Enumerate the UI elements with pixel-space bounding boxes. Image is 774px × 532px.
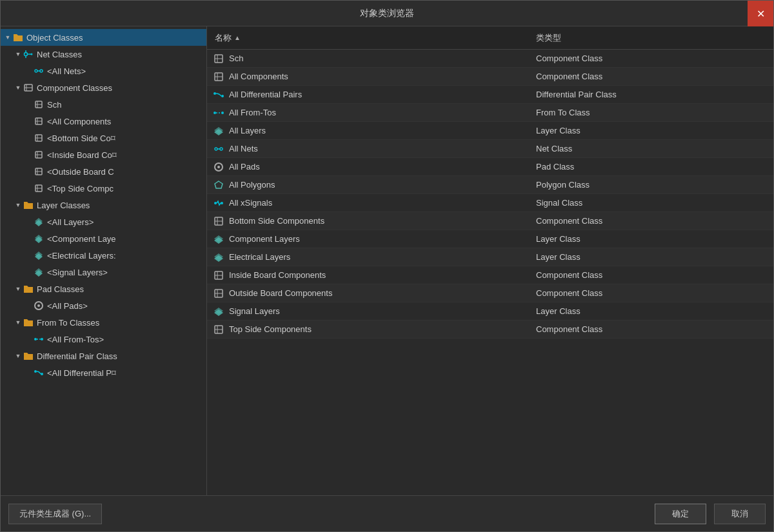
tree-node-all-pads[interactable]: <All Pads> bbox=[1, 297, 206, 314]
expand-icon[interactable]: ▼ bbox=[14, 351, 23, 360]
expand-icon[interactable] bbox=[24, 167, 33, 176]
expand-icon[interactable]: ▼ bbox=[14, 284, 23, 293]
expand-icon[interactable] bbox=[24, 100, 33, 109]
tree-node-object-classes[interactable]: ▼Object Classes bbox=[1, 29, 206, 46]
fromto-icon bbox=[212, 106, 225, 119]
tree-node-signal-layers[interactable]: <Signal Layers> bbox=[1, 264, 206, 281]
expand-icon[interactable] bbox=[24, 184, 33, 193]
node-label: Net Classes bbox=[37, 50, 82, 59]
table-row[interactable]: All PadsPad Class bbox=[207, 158, 773, 176]
cell-name: All Differential Pairs bbox=[207, 88, 528, 101]
table-row[interactable]: SchComponent Class bbox=[207, 50, 773, 68]
table-row[interactable]: Bottom Side ComponentsComponent Class bbox=[207, 212, 773, 230]
tree-node-sch[interactable]: Sch bbox=[1, 96, 206, 113]
sort-icon: ▲ bbox=[234, 34, 241, 41]
cell-type: Differential Pair Class bbox=[528, 90, 773, 99]
cell-name: All Pads bbox=[207, 161, 528, 173]
tree-node-component-laye[interactable]: <Component Laye bbox=[1, 230, 206, 247]
tree-node-all-layers[interactable]: <All Layers> bbox=[1, 213, 206, 230]
tree-node-outside-board-c[interactable]: <Outside Board C bbox=[1, 163, 206, 180]
tree-node-pad-classes[interactable]: ▼Pad Classes bbox=[1, 281, 206, 297]
net-icon bbox=[212, 143, 225, 155]
tree-node-inside-board-com[interactable]: <Inside Board Co⌑ bbox=[1, 146, 206, 163]
close-button[interactable]: ✕ bbox=[748, 1, 773, 26]
tree-node-layer-classes[interactable]: ▼Layer Classes bbox=[1, 197, 206, 213]
table-row[interactable]: All NetsNet Class bbox=[207, 140, 773, 158]
tree-node-bottom-side-com[interactable]: <Bottom Side Co⌑ bbox=[1, 130, 206, 146]
col-name-header[interactable]: 名称 ▲ bbox=[207, 32, 528, 44]
tree-node-net-classes[interactable]: ▼Net Classes bbox=[1, 46, 206, 63]
expand-icon[interactable] bbox=[24, 368, 33, 377]
ok-button[interactable]: 确定 bbox=[655, 504, 706, 524]
expand-icon[interactable]: ▼ bbox=[14, 318, 23, 327]
expand-icon[interactable] bbox=[24, 217, 33, 226]
comp-icon bbox=[212, 215, 225, 228]
layer-item-icon bbox=[33, 233, 45, 244]
cell-name: Component Layers bbox=[207, 233, 528, 246]
tree-node-component-classes[interactable]: ▼Component Classes bbox=[1, 79, 206, 96]
expand-icon[interactable] bbox=[24, 117, 33, 126]
comp-icon bbox=[212, 269, 225, 282]
col-type-header[interactable]: 类类型 bbox=[528, 32, 773, 44]
cell-type: Layer Class bbox=[528, 252, 773, 262]
expand-icon[interactable] bbox=[24, 251, 33, 260]
expand-icon[interactable]: ▼ bbox=[3, 33, 12, 42]
tree-node-all-diff-p[interactable]: <All Differential P⌑ bbox=[1, 364, 206, 381]
tree-node-from-to-classes[interactable]: ▼From To Classes bbox=[1, 314, 206, 331]
expand-icon[interactable] bbox=[24, 301, 33, 310]
cell-type: Layer Class bbox=[528, 126, 773, 135]
node-label: Pad Classes bbox=[37, 284, 84, 294]
expand-icon[interactable]: ▼ bbox=[14, 50, 23, 59]
expand-icon[interactable] bbox=[24, 335, 33, 344]
comp-icon bbox=[212, 323, 225, 336]
table-row[interactable]: Component LayersLayer Class bbox=[207, 230, 773, 248]
tree-view[interactable]: ▼Object Classes▼Net Classes<All Nets>▼Co… bbox=[1, 26, 206, 495]
tree-node-all-nets[interactable]: <All Nets> bbox=[1, 63, 206, 79]
cell-type: Component Class bbox=[528, 216, 773, 226]
table-row[interactable]: Signal LayersLayer Class bbox=[207, 302, 773, 320]
node-label: <All Differential P⌑ bbox=[47, 368, 116, 378]
expand-icon[interactable]: ▼ bbox=[14, 201, 23, 210]
layer-icon bbox=[212, 251, 225, 264]
table-row[interactable]: Outside Board ComponentsComponent Class bbox=[207, 284, 773, 302]
expand-icon[interactable] bbox=[24, 268, 33, 277]
table-row[interactable]: All ComponentsComponent Class bbox=[207, 68, 773, 86]
tree-node-electrical-layers[interactable]: <Electrical Layers: bbox=[1, 247, 206, 264]
tree-node-diff-pair-class[interactable]: ▼Differential Pair Class bbox=[1, 348, 206, 364]
table-row[interactable]: All Differential PairsDifferential Pair … bbox=[207, 86, 773, 104]
svg-point-57 bbox=[215, 148, 217, 150]
node-label: Layer Classes bbox=[37, 201, 90, 210]
generator-button[interactable]: 元件类生成器 (G)... bbox=[8, 504, 102, 524]
cell-type: Component Class bbox=[528, 324, 773, 334]
svg-point-38 bbox=[37, 304, 40, 307]
svg-point-5 bbox=[35, 70, 37, 72]
expand-icon[interactable] bbox=[24, 66, 33, 75]
table-row[interactable]: All PolygonsPolygon Class bbox=[207, 176, 773, 194]
tree-node-all-components[interactable]: <All Components bbox=[1, 113, 206, 130]
expand-icon[interactable]: ▼ bbox=[14, 83, 23, 92]
cell-type: Signal Class bbox=[528, 198, 773, 208]
cell-type: Component Class bbox=[528, 288, 773, 298]
cell-name: Outside Board Components bbox=[207, 287, 528, 300]
layer-item-icon bbox=[33, 250, 45, 261]
table-row[interactable]: All xSignalsSignal Class bbox=[207, 194, 773, 212]
node-label: <Electrical Layers: bbox=[47, 251, 116, 261]
expand-icon[interactable] bbox=[24, 133, 33, 143]
node-label: <Signal Layers> bbox=[47, 268, 108, 277]
table-row[interactable]: All LayersLayer Class bbox=[207, 122, 773, 140]
svg-point-0 bbox=[25, 53, 28, 56]
cell-name: Electrical Layers bbox=[207, 251, 528, 264]
expand-icon[interactable] bbox=[24, 150, 33, 159]
layer-folder-icon bbox=[23, 199, 34, 211]
expand-icon[interactable] bbox=[24, 234, 33, 243]
layer-item-icon bbox=[33, 266, 45, 278]
table-row[interactable]: All From-TosFrom To Class bbox=[207, 104, 773, 122]
table-row[interactable]: Electrical LayersLayer Class bbox=[207, 248, 773, 266]
tree-node-all-from-tos[interactable]: <All From-Tos> bbox=[1, 331, 206, 348]
tree-node-top-side-compc[interactable]: <Top Side Compc bbox=[1, 180, 206, 197]
cancel-button[interactable]: 取消 bbox=[714, 504, 766, 524]
svg-point-53 bbox=[221, 112, 224, 114]
table-row[interactable]: Top Side ComponentsComponent Class bbox=[207, 320, 773, 339]
svg-marker-62 bbox=[215, 181, 223, 188]
table-row[interactable]: Inside Board ComponentsComponent Class bbox=[207, 266, 773, 284]
